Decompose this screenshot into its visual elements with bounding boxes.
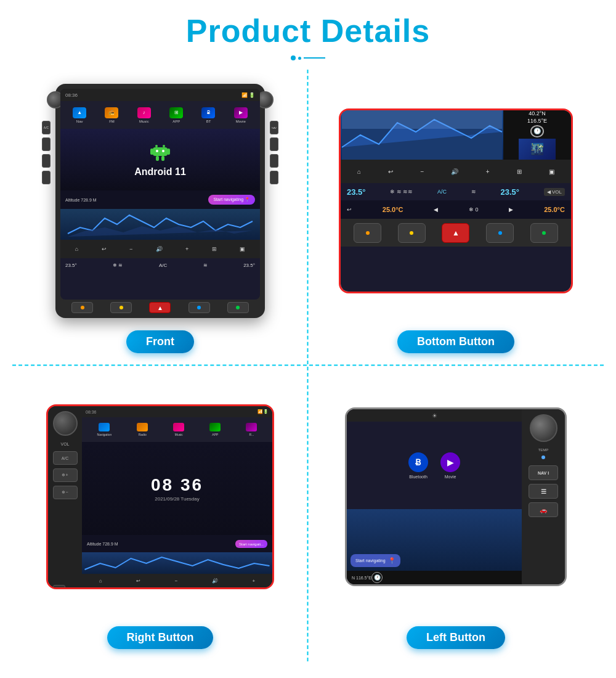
bt-label-top: BT [206, 120, 211, 123]
rbp-nav-icon-radio[interactable]: Radio [137, 423, 148, 436]
bp-ac-label[interactable]: A/C [437, 189, 447, 195]
temp-right-val: 23.5° [243, 263, 255, 268]
svg-rect-3 [150, 149, 153, 155]
bp-hw-1[interactable] [354, 223, 381, 243]
nav-icon-nav[interactable]: ▲ Nav [73, 107, 86, 123]
rbp-start-nav[interactable]: Start navigati... [235, 540, 267, 548]
rbp-alt-text: Altitude 728.9 M [87, 542, 118, 546]
rbp-nav-icons: Navigation Radio Music [82, 417, 272, 442]
rbp-nav-icon-app[interactable]: APP [209, 423, 221, 436]
page-container: Product Details A/C [0, 0, 616, 678]
bp-minus[interactable]: − [420, 168, 424, 175]
rbp-plus[interactable]: + [253, 578, 256, 584]
lbp-trunk-btn[interactable]: 🚗 [529, 502, 558, 517]
bp-dot-1 [366, 231, 370, 235]
map-wave-svg [341, 110, 503, 160]
lbp-bt-item[interactable]: Ƀ Bluetooth [408, 452, 428, 479]
rbp-speaker[interactable]: 🔊 [212, 578, 218, 584]
rbp-bottom-ctrl: ⌂ ↩ − 🔊 + [82, 574, 272, 587]
back-icon[interactable]: ↩ [102, 246, 107, 252]
rbp-back[interactable]: ↩ [136, 578, 140, 584]
bp-vol-btn[interactable]: ◀ VOL [544, 188, 565, 196]
extra-button-3[interactable] [270, 154, 278, 168]
right-button-image: VOL A/C ❄+ ❄− 08:36 📶🔋 [25, 375, 296, 619]
bottom-button-cell: 40.2°N 116.5°E 🕐 🌃 [308, 70, 604, 366]
home-icon[interactable]: ⌂ [75, 246, 78, 252]
start-nav-btn[interactable]: Start navigating 📍 [208, 195, 255, 205]
dash [304, 57, 325, 59]
left-button-cell: ☀ Ƀ Bluetooth [308, 366, 604, 661]
bp-back2[interactable]: ↩ [347, 206, 352, 213]
grid-icon[interactable]: ⊞ [212, 246, 217, 252]
nav-icon-radio[interactable]: 📻 FM [105, 107, 118, 123]
svg-rect-5 [156, 156, 159, 161]
lbp-start-nav-btn[interactable]: Start navigating 📍 [351, 554, 400, 567]
navi-button[interactable]: NAV [270, 121, 278, 134]
hw-btn-4[interactable] [227, 302, 249, 313]
vol-down-button[interactable] [42, 154, 51, 168]
nav-label: Nav [76, 120, 83, 123]
hw-btn-red[interactable]: ▲ [149, 302, 171, 313]
bp-bottom-right-temp: 25.0°C [544, 206, 565, 213]
rbp-nav-icon-ri[interactable]: R... [246, 423, 257, 436]
bottom-controls: ⌂ ↩ − 🔊 + ⊞ ▣ [60, 240, 260, 258]
bp-hw-red[interactable]: ▲ [442, 223, 469, 243]
lbp-coord-row: N 116.5°E 🕐 [347, 571, 522, 584]
rbp-ac-btn[interactable]: A/C [53, 451, 78, 465]
rbp-minus[interactable]: − [175, 578, 178, 584]
movie-label-top: Movie [236, 120, 246, 123]
ac-button[interactable]: A/C [42, 121, 51, 134]
bp-home[interactable]: ⌂ [357, 168, 361, 175]
bp-hw-3[interactable] [486, 223, 514, 243]
rbp-nav-icon-music[interactable]: Music [173, 423, 184, 436]
lbp-knob[interactable] [530, 414, 557, 442]
front-label: Front [126, 330, 194, 353]
android-version-text: Android 11 [134, 166, 186, 178]
rbp-time-display: 08:36 [86, 410, 97, 414]
lbp-movie-item[interactable]: ▶ Movie [440, 452, 460, 479]
nav-icon-movie[interactable]: ▶ Movie [234, 107, 248, 123]
bp-hw-2[interactable] [398, 223, 426, 243]
lbp-heat-btn[interactable]: ☰ [529, 484, 558, 499]
bp-left-arrow[interactable]: ◀ [434, 206, 438, 213]
extra-button-2[interactable] [270, 137, 278, 151]
rbp-top-bar: 08:36 📶🔋 [82, 406, 272, 417]
brightness-icon: ☀ [432, 412, 437, 419]
bp-dot-4 [542, 231, 546, 235]
bp-square[interactable]: ▣ [549, 168, 554, 175]
rbp-nav-shape [99, 423, 110, 431]
rbp-fan-btn[interactable]: ❄+ [53, 468, 78, 482]
extra-button-4[interactable] [270, 171, 278, 184]
rbp-nav-icon-nav[interactable]: Navigation [97, 423, 112, 436]
ac-front-label[interactable]: A/C [159, 263, 167, 268]
nav-icon-music[interactable]: ♪ Music [137, 107, 151, 123]
hw-btn-3[interactable] [188, 302, 210, 313]
lbp-top-bar: ☀ [347, 409, 522, 422]
bp-speaker[interactable]: 🔊 [451, 168, 458, 175]
minus-icon[interactable]: − [129, 246, 132, 252]
square-icon[interactable]: ▣ [240, 246, 245, 252]
extra-button-1[interactable] [42, 171, 51, 184]
bp-temp-row: 23.5° ❄ ≋ ≋≋ A/C ≋ 23.5° ◀ VOL [341, 183, 571, 200]
bp-right-arrow[interactable]: ▶ [509, 206, 513, 213]
rbp-fan2-btn[interactable]: ❄− [53, 486, 78, 499]
nav-icon-app[interactable]: ⊞ APP [169, 107, 183, 123]
gps-coord-text: 40.2°N [529, 110, 546, 116]
music-shape: ♪ [137, 107, 151, 118]
bp-back[interactable]: ↩ [388, 168, 393, 175]
bp-hw-4[interactable] [530, 223, 558, 243]
lbp-navi-btn[interactable]: NAV I [529, 465, 558, 480]
rbp-knob[interactable] [53, 411, 78, 436]
speaker-icon[interactable]: 🔊 [156, 246, 163, 252]
rbp-home[interactable]: ⌂ [99, 578, 102, 584]
hw-btn-2[interactable] [110, 302, 132, 313]
bp-plus[interactable]: + [486, 168, 490, 175]
bp-grid[interactable]: ⊞ [517, 168, 522, 175]
hw-btn-1[interactable] [71, 302, 93, 313]
rbp-start-text: Start navigati... [239, 542, 264, 546]
plus-icon[interactable]: + [185, 246, 188, 252]
vol-up-button[interactable] [42, 137, 51, 151]
nav-icon-bt[interactable]: Ƀ BT [201, 107, 215, 123]
pin-icon: 📍 [388, 557, 395, 564]
bottom-panel-screen: 40.2°N 116.5°E 🕐 🌃 [341, 110, 571, 292]
